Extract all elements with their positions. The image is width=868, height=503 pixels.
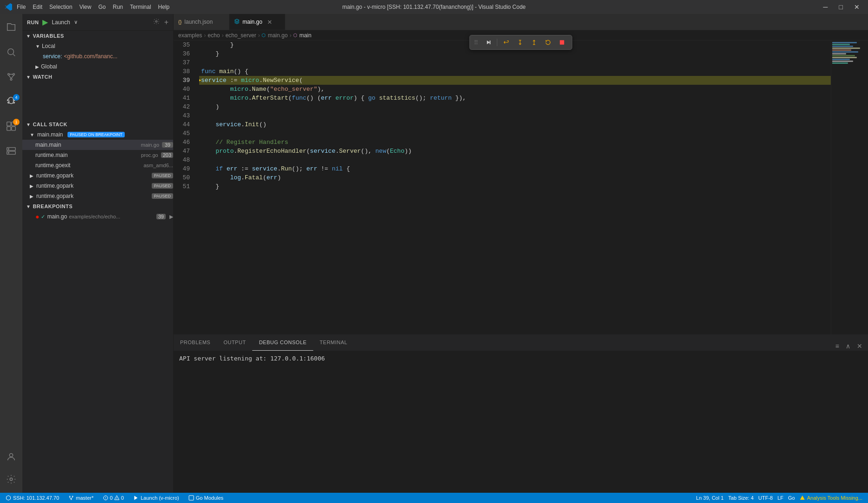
add-config-icon[interactable]: +	[164, 18, 168, 27]
call-stack-thread-gopark-1[interactable]: ▶ runtime.gopark PAUSED	[22, 170, 173, 181]
activity-item-explorer[interactable]	[0, 16, 22, 39]
menu-selection[interactable]: Selection	[49, 4, 72, 10]
status-errors[interactable]: 0 0	[101, 493, 126, 503]
func-icon: ⬡	[293, 33, 297, 38]
status-warning-tools[interactable]: Analysis Tools Missing...	[798, 493, 864, 503]
tab-terminal[interactable]: TERMINAL	[313, 334, 354, 351]
activity-item-settings[interactable]	[0, 468, 22, 490]
activity-item-remote[interactable]	[0, 140, 22, 162]
tab-main-go[interactable]: main.go ✕	[229, 14, 285, 30]
go-modules-icon	[188, 495, 194, 501]
menu-edit[interactable]: Edit	[33, 4, 42, 10]
debug-badge: 4	[13, 94, 20, 101]
menu-view[interactable]: View	[79, 4, 91, 10]
status-branch[interactable]: master*	[67, 493, 95, 503]
line-number-40: 40	[174, 85, 194, 94]
call-stack-frame-2[interactable]: runtime.goexit asm_amd6...	[22, 160, 173, 170]
activity-item-account[interactable]	[0, 446, 22, 468]
debug-console-content[interactable]: API server listening at: 127.0.0.1:16006	[174, 351, 868, 493]
debug-play-icon[interactable]: ▶	[42, 18, 48, 27]
debug-gear-icon[interactable]	[153, 18, 160, 26]
extensions-badge: 1	[13, 119, 20, 125]
maximize-button[interactable]: □	[835, 2, 847, 12]
code-line-46: // Register Handlers	[199, 138, 831, 147]
breakpoint-item-0[interactable]: ● ✓ main.go examples/echo/echo... 39 ▶	[22, 211, 173, 222]
call-stack-thread-main[interactable]: ▼ main.main PAUSED ON BREAKPOINT	[22, 129, 173, 140]
step-over-button[interactable]	[500, 36, 512, 48]
line-number-38: 38	[174, 67, 194, 76]
code-editor[interactable]: 3536373839404142434445464748495051 } } f…	[174, 41, 831, 334]
panel-list-icon[interactable]: ≡	[834, 341, 841, 351]
close-button[interactable]: ✕	[850, 2, 863, 12]
status-line-ending-text: LF	[777, 495, 783, 501]
error-icon	[103, 495, 108, 501]
launch-dropdown-icon[interactable]: ∨	[74, 19, 78, 25]
tab-output[interactable]: OUTPUT	[217, 334, 252, 351]
gopark2-name: runtime.gopark	[36, 183, 74, 189]
line-number-39: 39	[174, 76, 194, 85]
line-numbers: 3536373839404142434445464748495051	[174, 41, 199, 334]
tab-close-button[interactable]: ✕	[267, 19, 272, 26]
line-number-48: 48	[174, 156, 194, 164]
panel-expand-icon[interactable]: ∧	[844, 341, 852, 351]
status-language[interactable]: Go	[786, 493, 797, 503]
panel-close-icon[interactable]: ✕	[855, 341, 864, 351]
stop-button[interactable]	[556, 36, 568, 48]
call-stack-thread-gopark-2[interactable]: ▶ runtime.gopark PAUSED	[22, 181, 173, 191]
minimize-button[interactable]: ─	[820, 2, 832, 12]
menu-help[interactable]: Help	[158, 4, 170, 10]
breakpoints-section-header[interactable]: ▼ BREAKPOINTS	[22, 201, 173, 211]
status-ssh[interactable]: SSH: 101.132.47.70	[4, 493, 61, 503]
tab-debug-console[interactable]: DEBUG CONSOLE	[252, 334, 313, 351]
status-encoding[interactable]: UTF-8	[756, 493, 774, 503]
status-position[interactable]: Ln 39, Col 1	[694, 493, 726, 503]
gopark2-chevron: ▶	[30, 184, 34, 189]
menu-run[interactable]: Run	[113, 4, 123, 10]
breadcrumb-main-go[interactable]: main.go	[268, 32, 288, 39]
breadcrumb-echo[interactable]: echo	[208, 32, 220, 39]
breadcrumb-examples[interactable]: examples	[178, 32, 202, 39]
code-line-40: micro.Name("echo_server"),	[199, 85, 831, 94]
code-line-50: log.Fatal(err)	[199, 173, 831, 182]
continue-button[interactable]	[482, 36, 494, 48]
watch-section-header[interactable]: ▼ WATCH	[22, 72, 173, 82]
service-variable[interactable]: service: <github.com/fananc...	[22, 51, 173, 61]
call-stack-chevron: ▼	[26, 122, 31, 127]
window-controls[interactable]: ─ □ ✕	[820, 2, 863, 12]
breadcrumb-echo-server[interactable]: echo_server	[225, 32, 256, 39]
activity-item-extensions[interactable]: 1	[0, 115, 22, 137]
svg-point-15	[8, 152, 9, 153]
warning-icon	[114, 495, 120, 501]
line-number-50: 50	[174, 173, 194, 182]
line-number-46: 46	[174, 138, 194, 147]
status-line-ending[interactable]: LF	[775, 493, 785, 503]
activity-item-source-control[interactable]	[0, 66, 22, 88]
step-out-button[interactable]	[528, 36, 540, 48]
local-group[interactable]: ▼ Local	[22, 41, 173, 51]
call-stack-section-header[interactable]: ▼ CALL STACK	[22, 119, 173, 129]
tab-launch-json[interactable]: {} launch.json	[174, 14, 229, 30]
tab-problems[interactable]: PROBLEMS	[174, 334, 217, 351]
code-content[interactable]: } } func main() {▶service := micro.NewSe…	[199, 41, 831, 334]
call-stack-frame-1[interactable]: runtime.main proc.go 203	[22, 150, 173, 160]
status-tab-size[interactable]: Tab Size: 4	[727, 493, 755, 503]
status-go-modules[interactable]: Go Modules	[187, 493, 225, 503]
bp-nav-arrow: ▶	[169, 214, 173, 220]
restart-button[interactable]	[542, 36, 554, 48]
global-group[interactable]: ▶ Global	[22, 61, 173, 72]
mm-line	[832, 55, 855, 56]
title-bar-menu[interactable]: File Edit Selection View Go Run Terminal…	[17, 4, 169, 10]
status-launch[interactable]: Launch (v-micro)	[131, 493, 181, 503]
svg-point-16	[9, 454, 13, 457]
sep-3: ›	[258, 32, 260, 39]
menu-go[interactable]: Go	[98, 4, 106, 10]
activity-item-search[interactable]	[0, 41, 22, 63]
menu-terminal[interactable]: Terminal	[130, 4, 151, 10]
activity-item-debug[interactable]: 4	[0, 90, 22, 113]
code-text-39: service := micro.NewService(	[201, 76, 303, 85]
variables-section-header[interactable]: ▼ VARIABLES	[22, 31, 173, 41]
menu-file[interactable]: File	[17, 4, 26, 10]
step-into-button[interactable]	[514, 36, 526, 48]
call-stack-frame-0[interactable]: main.main main.go 39	[22, 140, 173, 150]
call-stack-thread-gopark-3[interactable]: ▶ runtime.gopark PAUSED	[22, 191, 173, 201]
